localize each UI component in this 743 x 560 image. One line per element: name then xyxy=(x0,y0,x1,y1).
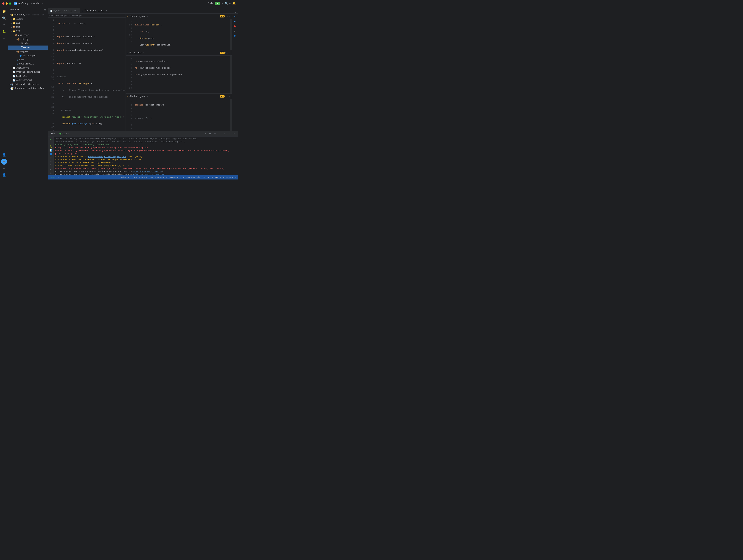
tree-item-main[interactable]: ▶ ☕ Main xyxy=(8,58,48,62)
editor-area: 📄 mybatis-config.xml ☕ TestMapper.java ×… xyxy=(48,7,238,179)
tree-item-webstudy[interactable]: ▼ 📁 WebStudy ~/Desktop/CS/Jav xyxy=(8,13,48,17)
tab-close-student[interactable]: × xyxy=(146,95,148,98)
activity-icon-git[interactable]: ⑂ xyxy=(1,22,7,28)
tree-item-scratches[interactable]: ▶ 📝 Scratches and Consoles xyxy=(8,86,48,90)
tree-item-testmapper[interactable]: ▶ 🔷 TestMapper xyxy=(8,54,48,58)
run-restart-btn[interactable]: ↺ xyxy=(203,132,207,136)
code-editor-student[interactable]: 12345 678910 11121314 package com.test.e… xyxy=(126,99,232,131)
run-more-btn[interactable]: ⋯ xyxy=(232,132,236,136)
run-wrap-btn[interactable]: ↩ xyxy=(227,132,231,136)
side-icon-person2[interactable]: 👤 xyxy=(232,34,237,38)
more-options-button[interactable]: ⋯ xyxy=(222,2,223,5)
activity-icon-folder[interactable]: 📁 xyxy=(1,8,7,14)
tab-mybatis-config[interactable]: 📄 mybatis-config.xml xyxy=(48,8,80,13)
status-breadcrumb[interactable]: WebStudy > src > com > test > mapper > T… xyxy=(121,176,201,179)
run-step-btn[interactable]: ⤵ xyxy=(49,141,53,144)
tree-item-gitignore[interactable]: ▶ 📄 .gitignore xyxy=(8,66,48,70)
run-coverage-btn[interactable]: 🔵 xyxy=(49,153,53,156)
run-todo-btn[interactable]: ✓ xyxy=(49,167,53,171)
tree-item-mapper[interactable]: ▼ 📦 mapper xyxy=(8,50,48,54)
status-warnings[interactable]: ⚠ 1 xyxy=(57,176,60,179)
tree-item-textxml[interactable]: ▶ 📄 text.xml xyxy=(8,74,48,78)
code-editor-testmapper[interactable]: 12345 678 910111213 14151617 18192021 22… xyxy=(48,18,126,131)
tab-testmapper[interactable]: ☕ TestMapper.java × xyxy=(80,8,110,13)
collapse-icon-main[interactable]: ⌄ xyxy=(227,52,228,54)
expand-icon-main[interactable]: ⌃ xyxy=(225,52,226,54)
tree-item-mybatisconfig[interactable]: ▶ 📄 mybatis-config.xml xyxy=(8,70,48,74)
expand-icon-teacher[interactable]: ⌃ xyxy=(225,15,226,17)
tree-item-src[interactable]: ▼ 📁 src xyxy=(8,29,48,33)
status-encoding[interactable]: LF UTF-8 xyxy=(211,176,221,179)
maximize-button[interactable] xyxy=(9,2,11,5)
minimize-button[interactable] xyxy=(6,2,8,5)
side-icon-list[interactable]: ≡ xyxy=(232,14,237,19)
search-button[interactable]: 🔍 xyxy=(225,2,228,5)
more-icon-teacher[interactable]: ⋯ xyxy=(229,15,230,17)
run-terminal-btn[interactable]: ⊞ xyxy=(49,156,53,160)
tab-close-teacher[interactable]: × xyxy=(146,15,148,18)
branch-indicator[interactable]: ⑂ master ▾ xyxy=(31,2,43,5)
tab-close-testmapper[interactable]: × xyxy=(106,9,107,12)
activity-icon-settings2[interactable]: ⚙ xyxy=(1,165,7,171)
status-settings-icon[interactable]: ⚙ xyxy=(235,176,236,179)
side-icon-bookmark[interactable]: 🔖 xyxy=(232,24,237,29)
editor-tab-teacher[interactable]: ☕ Teacher.java × xyxy=(127,15,148,18)
run-git-btn[interactable]: ⑂ xyxy=(49,164,53,167)
scrollbar-main[interactable] xyxy=(230,55,232,93)
app-name[interactable]: WS WebStudy xyxy=(14,2,29,5)
tab-close-main[interactable]: × xyxy=(143,51,144,54)
run-profile-btn[interactable]: 📊 xyxy=(49,148,53,152)
tree-item-webstudy-iml[interactable]: ▶ 📄 WebStudy.iml xyxy=(8,78,48,82)
tree-item-student[interactable]: ▶ ☕ Student xyxy=(8,41,48,46)
run-filter-btn[interactable]: ⊟ xyxy=(213,132,217,136)
activity-icon-database[interactable]: ● xyxy=(1,159,7,165)
collapse-icon-student[interactable]: ⌄ xyxy=(227,95,228,97)
editor-tab-student[interactable]: ☕ Student.java × xyxy=(127,95,148,98)
run-services-btn[interactable]: ⚙ xyxy=(49,160,53,163)
code-editor-teacher[interactable]: 12131415161718 public class Teacher { in… xyxy=(126,19,232,50)
status-indent[interactable]: 4 spaces xyxy=(223,176,233,179)
scrollbar-teacher[interactable] xyxy=(230,19,232,50)
more-icon-main[interactable]: ⋯ xyxy=(229,52,230,54)
activity-icon-debug[interactable]: 🐛 xyxy=(1,29,7,35)
run-up-btn[interactable]: ↑ xyxy=(218,132,222,136)
expand-icon-student[interactable]: ⌃ xyxy=(225,95,226,97)
run-output-error1: Exception in thread "main" org.apache.ib… xyxy=(55,146,236,149)
sidebar-options-icon[interactable]: ⚙ xyxy=(44,8,46,11)
run-tab-main[interactable]: Main × xyxy=(58,132,71,136)
run-tab-run[interactable]: Run xyxy=(49,132,56,136)
tree-item-lib[interactable]: ▶ 📁 lib xyxy=(8,21,48,25)
status-git[interactable]: ✓ main xyxy=(49,176,56,179)
activity-icon-person[interactable]: 👤 xyxy=(1,152,7,158)
tab-more-button[interactable]: ⚙ xyxy=(233,11,238,13)
run-debug-btn[interactable]: 🐛 xyxy=(49,145,53,148)
activity-icon-extensions[interactable]: ⋯ xyxy=(1,35,7,41)
settings-icon[interactable]: ⚙ xyxy=(229,2,231,5)
editor-tab-main[interactable]: ☕ Main.java × xyxy=(127,51,144,54)
code-editor-main[interactable]: 12345 678910 111213141516 rt com.test.en… xyxy=(126,55,232,93)
tree-item-mybatisutil[interactable]: ▶ ☕ MybatisUtil xyxy=(8,62,48,66)
collapse-icon-teacher[interactable]: ⌄ xyxy=(227,15,228,17)
tree-item-idea[interactable]: ▶ 📁 .idea xyxy=(8,17,48,21)
editor-tab-right-teacher: ▲ 4 ⌃ ⌄ ⋯ xyxy=(220,15,230,17)
side-icon-settings3[interactable]: ⚙ xyxy=(232,29,237,33)
run-tab-close[interactable]: × xyxy=(68,133,69,135)
tree-item-external-libraries[interactable]: ▶ 📚 External Libraries xyxy=(8,82,48,86)
scrollbar-student[interactable] xyxy=(230,99,232,131)
activity-icon-profile[interactable]: 👤 xyxy=(1,172,7,178)
close-button[interactable] xyxy=(2,2,4,5)
run-problems-btn[interactable]: ⚠ xyxy=(49,171,53,175)
run-window: Run Main × ↺ ⏹ ⊟ ↑ ↓ ↩ ⋯ xyxy=(48,131,238,175)
run-play-btn[interactable]: ▶ xyxy=(49,137,53,141)
tree-item-entity[interactable]: ▼ 📦 entity xyxy=(8,37,48,41)
notification-bell[interactable]: 🔔 xyxy=(232,2,235,5)
side-icon-structure[interactable]: ◉ xyxy=(232,19,237,24)
run-stop-btn[interactable]: ⏹ xyxy=(208,132,212,136)
activity-icon-search[interactable]: 🔍 xyxy=(1,15,7,21)
tree-item-comtest[interactable]: ▼ 📦 com.test xyxy=(8,33,48,37)
run-button[interactable]: ▶ xyxy=(215,2,220,5)
tree-item-teacher[interactable]: ▶ ☕ Teacher xyxy=(8,46,48,50)
tree-item-out[interactable]: ▶ 📦 out xyxy=(8,25,48,29)
run-down-btn[interactable]: ↓ xyxy=(222,132,227,136)
more-icon-student[interactable]: ⋯ xyxy=(229,95,230,97)
